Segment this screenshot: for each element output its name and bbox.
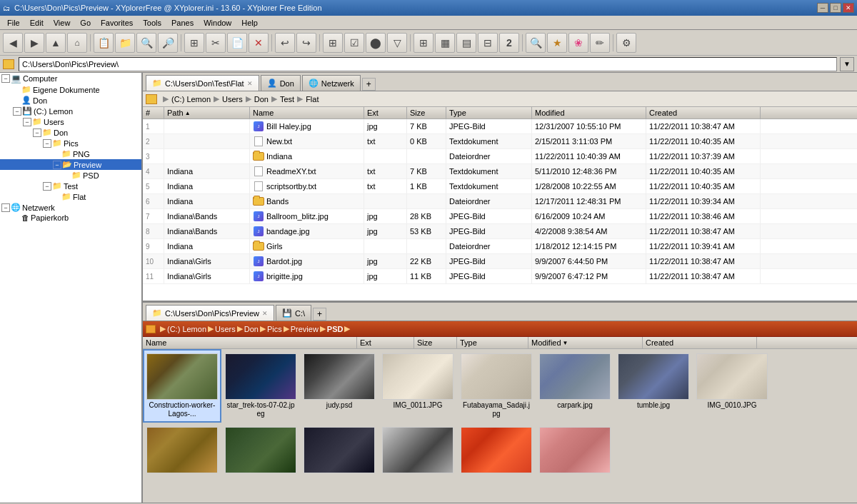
zoom-button[interactable]: 🔍	[526, 33, 546, 53]
address-go-button[interactable]: ▼	[840, 57, 854, 71]
close-button[interactable]: ✕	[843, 3, 854, 13]
tab-flat-close[interactable]: ✕	[247, 80, 253, 87]
col-num[interactable]: #	[143, 107, 164, 119]
home-button[interactable]: ⌂	[67, 33, 87, 53]
forward-button[interactable]: ▶	[24, 33, 44, 53]
tree-item-don-root[interactable]: 👤 Don	[0, 95, 141, 106]
cut-button[interactable]: ✂	[206, 33, 226, 53]
th-created[interactable]: Created	[643, 337, 757, 348]
bc-test[interactable]: Test	[280, 95, 294, 104]
col-modified[interactable]: Modified	[532, 107, 646, 119]
th-modified[interactable]: Modified ▼	[528, 337, 643, 348]
find-button[interactable]: 🔎	[158, 33, 178, 53]
delete-button[interactable]: ✕	[249, 33, 269, 53]
thumb-item-img0010[interactable]: IMG_0010.JPG	[693, 349, 771, 423]
tree-expand-don[interactable]: −	[33, 128, 41, 137]
th-type[interactable]: Type	[457, 337, 528, 348]
tree-item-preview[interactable]: − 📂 Preview	[0, 159, 141, 170]
undo-button[interactable]: ↩	[275, 33, 295, 53]
thumbnail-content[interactable]: Construction-worker-Lagos-... star_trek-…	[143, 349, 857, 503]
menu-window[interactable]: Window	[199, 17, 236, 29]
pbc-lemon[interactable]: (C:) Lemon	[167, 325, 206, 333]
col-path[interactable]: Path ▲	[164, 107, 250, 119]
menu-panes[interactable]: Panes	[167, 17, 198, 29]
menu-edit[interactable]: Edit	[26, 17, 48, 29]
tree-expand-test[interactable]: −	[43, 182, 51, 191]
bc-lemon[interactable]: (C:) Lemon	[171, 95, 211, 104]
menu-file[interactable]: File	[3, 17, 24, 29]
tab-netzwerk[interactable]: 🌐 Netzwerk	[302, 75, 361, 91]
table-row[interactable]: 2 New.txt txt 0 KB Textdokument 2/15/201…	[143, 134, 857, 149]
redo-button[interactable]: ↪	[296, 33, 316, 53]
copy-path-button[interactable]: 📋	[94, 33, 114, 53]
tree-expand-pics[interactable]: −	[43, 139, 51, 148]
tree-item-flat[interactable]: 📁 Flat	[0, 191, 141, 202]
table-row[interactable]: 9 Indiana Girls Dateiordner 1/18/2012 12…	[143, 239, 857, 254]
tab-c-drive[interactable]: 💾 C:\	[276, 305, 311, 321]
preview-tab-add-button[interactable]: +	[313, 308, 326, 321]
view2-button[interactable]: ☑	[344, 33, 364, 53]
tree-item-papierkorb[interactable]: 🗑 Papierkorb	[0, 213, 141, 223]
thumb-item-girls[interactable]	[536, 423, 614, 479]
menu-favorites[interactable]: Favorites	[96, 17, 137, 29]
new-folder-button[interactable]: 📁	[115, 33, 135, 53]
thumb-item-sport[interactable]	[457, 423, 536, 479]
col-name[interactable]: Name	[250, 107, 364, 119]
maximize-button[interactable]: □	[830, 3, 841, 13]
thumb-item-img0011[interactable]: IMG_0011.JPG	[379, 349, 457, 423]
minimize-button[interactable]: ─	[817, 3, 828, 13]
tab-don[interactable]: 👤 Don	[261, 75, 301, 91]
flower-button[interactable]: ❀	[568, 33, 588, 53]
pbc-pics[interactable]: Pics	[267, 325, 282, 333]
thumb-item-carpark[interactable]: carpark.jpg	[536, 349, 614, 423]
table-row[interactable]: 4 Indiana ReadmeXY.txt txt 7 KB Textdoku…	[143, 164, 857, 179]
back-button[interactable]: ◀	[3, 33, 23, 53]
col-type[interactable]: Type	[446, 107, 532, 119]
address-input[interactable]	[19, 57, 837, 71]
col-created[interactable]: Created	[646, 107, 761, 119]
menu-help[interactable]: Help	[237, 17, 262, 29]
bc-don[interactable]: Don	[254, 95, 269, 104]
settings-button[interactable]: ⊟	[478, 33, 498, 53]
thumb-item-startrek[interactable]: star_trek-tos-07-02.jpeg	[221, 349, 300, 423]
tree-expand-preview[interactable]: −	[53, 161, 61, 169]
tree-item-netzwerk[interactable]: − 🌐 Netzwerk	[0, 202, 141, 213]
paste-button[interactable]: 📄	[227, 33, 247, 53]
pencil-button[interactable]: ✏	[590, 33, 610, 53]
tree-item-pics[interactable]: − 📁 Pics	[0, 138, 141, 148]
file-list-container[interactable]: # Path ▲ Name Ext Size Type Modified Cre…	[143, 107, 857, 301]
tree-expand-netzwerk[interactable]: −	[1, 203, 10, 212]
thumb-item-tumble[interactable]: tumble.jpg	[614, 349, 693, 423]
table-row[interactable]: 6 Indiana Bands Dateiordner 12/17/2011 1…	[143, 194, 857, 209]
thumb-item-wheel[interactable]	[379, 423, 457, 479]
thumb-item-r2[interactable]	[143, 423, 221, 479]
tree-item-users[interactable]: − 📁 Users	[0, 116, 141, 127]
tree-item-lemon[interactable]: − 💾 (C:) Lemon	[0, 106, 141, 116]
th-size[interactable]: Size	[414, 337, 457, 348]
thumb-item-native[interactable]	[221, 423, 300, 479]
tree-item-don-users[interactable]: − 📁 Don	[0, 127, 141, 138]
star-button[interactable]: ★	[547, 33, 567, 53]
tree-item-psd[interactable]: 📁 PSD	[0, 170, 141, 181]
copy-button[interactable]: ⊞	[184, 33, 204, 53]
tree-expand-computer[interactable]: −	[1, 74, 10, 83]
table-row[interactable]: 3 Indiana Dateiordner 11/22/2011 10:40:3…	[143, 149, 857, 164]
view1-button[interactable]: ⊞	[323, 33, 343, 53]
th-name[interactable]: Name	[143, 337, 357, 348]
tree-expand-users[interactable]: −	[23, 118, 31, 126]
tab-preview[interactable]: 📁 C:\Users\Don\Pics\Preview ✕	[146, 305, 274, 321]
table-row[interactable]: 10 Indiana\Girls JBardot.jpg jpg 22 KB J…	[143, 254, 857, 269]
menu-tools[interactable]: Tools	[139, 17, 166, 29]
pbc-users[interactable]: Users	[215, 325, 236, 333]
tree-item-eigene[interactable]: 📁 Eigene Dokumente	[0, 84, 141, 95]
thumb-item-construction[interactable]: Construction-worker-Lagos-...	[143, 349, 221, 423]
menu-go[interactable]: Go	[76, 17, 95, 29]
tree-expand-lemon[interactable]: −	[13, 107, 21, 116]
tab-add-button[interactable]: +	[362, 78, 376, 91]
col-ext[interactable]: Ext	[364, 107, 407, 119]
grid2-button[interactable]: ▦	[435, 33, 455, 53]
gear-button[interactable]: ⚙	[616, 33, 636, 53]
search-button[interactable]: 🔍	[136, 33, 156, 53]
tree-item-test[interactable]: − 📁 Test	[0, 181, 141, 191]
table-row[interactable]: 8 Indiana\Bands Jbandage.jpg jpg 53 KB J…	[143, 224, 857, 239]
